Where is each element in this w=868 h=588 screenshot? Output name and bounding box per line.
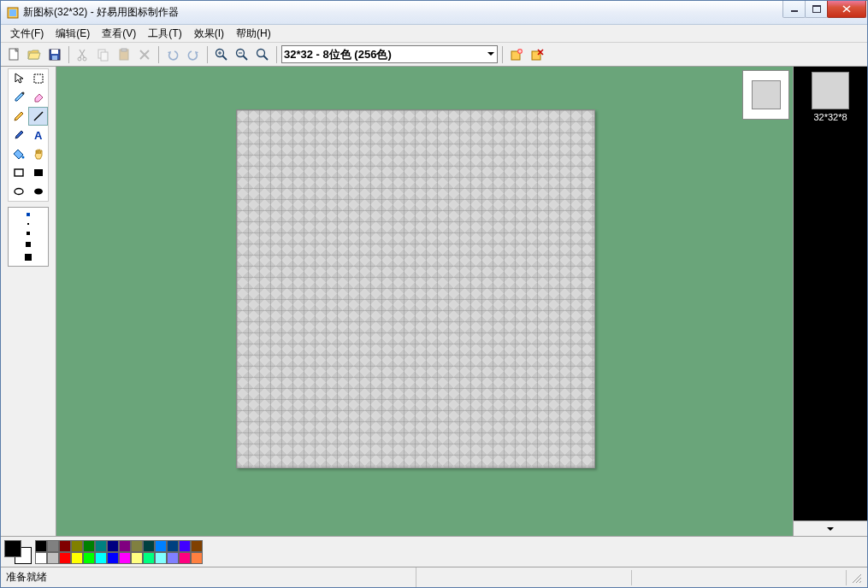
preview-box: [742, 70, 789, 120]
formats-dropdown[interactable]: [794, 520, 867, 536]
resize-grip-icon[interactable]: [847, 572, 862, 584]
color-swatch[interactable]: [59, 552, 71, 564]
color-swatch[interactable]: [95, 540, 107, 552]
color-swatch[interactable]: [95, 552, 107, 564]
color-swatch[interactable]: [119, 552, 131, 564]
menu-effects[interactable]: 效果(I): [188, 25, 230, 43]
copy-button[interactable]: [94, 45, 113, 64]
app-icon: [6, 6, 20, 20]
window-title: 新图标(32*32) - 好易用图标制作器: [23, 5, 783, 20]
color-swatch[interactable]: [155, 552, 167, 564]
svg-rect-1: [9, 9, 16, 16]
tool-brush[interactable]: [9, 126, 28, 144]
brush-size-2[interactable]: [27, 223, 29, 225]
menu-edit[interactable]: 编辑(E): [50, 25, 96, 43]
menubar: 文件(F) 编辑(E) 查看(V) 工具(T) 效果(I) 帮助(H): [1, 25, 867, 43]
color-swatch[interactable]: [155, 540, 167, 552]
color-swatch[interactable]: [47, 552, 59, 564]
open-button[interactable]: [25, 45, 44, 64]
color-swatch[interactable]: [179, 552, 191, 564]
svg-point-30: [21, 92, 24, 95]
tool-select-rect[interactable]: [28, 69, 48, 88]
color-swatch[interactable]: [167, 552, 179, 564]
color-swatch[interactable]: [107, 552, 119, 564]
maximize-button[interactable]: [805, 1, 828, 18]
svg-point-36: [15, 189, 23, 195]
color-swatch[interactable]: [35, 540, 47, 552]
size-format-value: 32*32 - 8位色 (256色): [284, 47, 392, 62]
tool-fill[interactable]: [9, 144, 28, 163]
format-thumb[interactable]: [812, 72, 849, 109]
paste-button[interactable]: [115, 45, 133, 64]
new-button[interactable]: [4, 45, 23, 64]
fg-color[interactable]: [4, 540, 21, 557]
color-swatch[interactable]: [83, 540, 95, 552]
status-text: 准备就绪: [6, 567, 416, 587]
brush-size-5[interactable]: [25, 254, 32, 261]
brush-size-panel: [8, 207, 49, 267]
svg-line-23: [263, 56, 268, 60]
redo-button[interactable]: [184, 45, 203, 64]
minimize-button[interactable]: [782, 1, 806, 18]
tool-hand[interactable]: [28, 144, 48, 163]
canvas-area[interactable]: [56, 67, 794, 536]
color-swatch[interactable]: [47, 540, 59, 552]
color-swatch[interactable]: [119, 540, 131, 552]
tool-line[interactable]: [28, 107, 48, 126]
color-swatch[interactable]: [71, 540, 83, 552]
svg-text:A: A: [34, 129, 43, 141]
color-swatch[interactable]: [83, 552, 95, 564]
menu-help[interactable]: 帮助(H): [230, 25, 277, 43]
color-swatch[interactable]: [131, 540, 143, 552]
size-format-select[interactable]: 32*32 - 8位色 (256色): [281, 45, 498, 63]
add-format-button[interactable]: [507, 45, 526, 64]
status-cell-2: [632, 570, 847, 585]
tool-ellipse-filled[interactable]: [28, 182, 48, 201]
color-swatch[interactable]: [179, 540, 191, 552]
remove-format-button[interactable]: [528, 45, 546, 64]
zoom-out-button[interactable]: [233, 45, 251, 64]
tool-pointer[interactable]: [9, 69, 28, 88]
color-swatch[interactable]: [35, 552, 47, 564]
zoom-fit-button[interactable]: [253, 45, 272, 64]
tool-rect-outline[interactable]: [9, 163, 28, 182]
formats-panel: 32*32*8: [794, 67, 867, 536]
color-swatch[interactable]: [71, 552, 83, 564]
color-swatch[interactable]: [191, 552, 203, 564]
save-button[interactable]: [45, 45, 64, 64]
color-swatch[interactable]: [167, 540, 179, 552]
tool-text[interactable]: A: [28, 126, 48, 144]
close-button[interactable]: [827, 1, 866, 18]
menu-file[interactable]: 文件(F): [4, 25, 50, 43]
color-swatch[interactable]: [131, 552, 143, 564]
color-swatch[interactable]: [143, 540, 155, 552]
svg-line-16: [222, 56, 227, 60]
color-swatch[interactable]: [107, 540, 119, 552]
palette-bar: [1, 536, 867, 567]
svg-line-20: [243, 56, 247, 60]
color-swatch[interactable]: [143, 552, 155, 564]
menu-tools[interactable]: 工具(T): [142, 25, 187, 43]
svg-line-31: [34, 112, 43, 121]
status-cell-1: [416, 570, 632, 585]
tool-ellipse-outline[interactable]: [9, 182, 28, 201]
brush-size-4[interactable]: [26, 242, 31, 247]
cut-button[interactable]: [74, 45, 92, 64]
svg-rect-35: [34, 169, 43, 176]
delete-button[interactable]: [135, 45, 154, 64]
color-swatch[interactable]: [191, 540, 203, 552]
icon-canvas[interactable]: [236, 109, 595, 468]
undo-button[interactable]: [163, 45, 182, 64]
svg-point-33: [21, 156, 24, 159]
brush-size-1[interactable]: [27, 213, 30, 216]
tool-eraser[interactable]: [28, 88, 48, 107]
color-swatch[interactable]: [59, 540, 71, 552]
tool-eyedropper[interactable]: [9, 88, 28, 107]
color-palette: [35, 540, 203, 564]
brush-size-3[interactable]: [27, 232, 30, 235]
tool-rect-filled[interactable]: [28, 163, 48, 182]
fg-bg-swatch[interactable]: [4, 540, 32, 564]
menu-view[interactable]: 查看(V): [96, 25, 142, 43]
tool-pencil[interactable]: [9, 107, 28, 126]
zoom-in-button[interactable]: [212, 45, 231, 64]
